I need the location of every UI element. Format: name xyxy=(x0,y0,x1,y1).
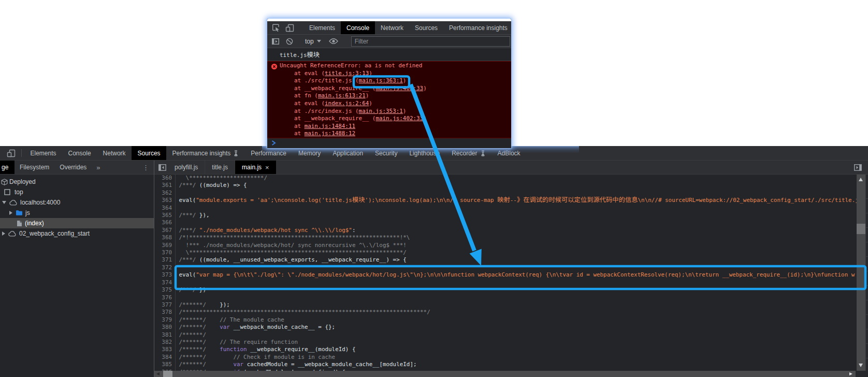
clear-console-icon[interactable] xyxy=(279,38,293,45)
tree-item-localhost-4000[interactable]: localhost:4000 xyxy=(0,197,154,208)
inspect-element-icon[interactable] xyxy=(267,21,280,34)
panel-tab-elements[interactable]: Elements xyxy=(24,146,62,160)
tree-item-deployed[interactable]: Deployed xyxy=(0,177,154,187)
line-number[interactable]: 378 xyxy=(154,309,176,316)
hide-navigator-icon[interactable] xyxy=(154,161,168,174)
page: ElementsConsoleNetworkSourcesPerformance… xyxy=(0,0,868,377)
line-number[interactable]: 373 xyxy=(154,271,176,279)
editor-tab-polyfill-js[interactable]: polyfill.js xyxy=(168,161,205,174)
tree-item--index-[interactable]: (index) xyxy=(0,218,154,228)
tree-item-js[interactable]: js xyxy=(0,208,154,218)
stack-link-main-js-402-33[interactable]: main.js:402:33 xyxy=(375,85,423,92)
panel-tab-memory[interactable]: Memory xyxy=(293,146,327,160)
panel-tab-security[interactable]: Security xyxy=(369,146,403,160)
sidebar-nav-tab-ge[interactable]: ge xyxy=(0,161,15,174)
panel-tab-performance[interactable]: Performance xyxy=(245,146,293,160)
line-number[interactable]: 371 xyxy=(154,256,176,264)
window-tab-performance-insights[interactable]: Performance insights xyxy=(443,21,511,34)
sidebar-nav-tab-overrides[interactable]: Overrides xyxy=(54,161,92,174)
overflow-menu-icon[interactable]: ⋮ xyxy=(142,161,149,174)
sidebar-nav-tab-filesystem[interactable]: Filesystem xyxy=(15,161,54,174)
line-number[interactable]: 363 xyxy=(154,197,176,204)
chevron-down-icon xyxy=(317,40,321,42)
stack-link-main-js-613-21[interactable]: main.js:613:21 xyxy=(318,92,366,99)
expanded-arrow-icon[interactable] xyxy=(2,201,6,204)
line-number[interactable]: 377 xyxy=(154,301,176,309)
line-number[interactable]: 385 xyxy=(154,361,176,368)
window-tab-sources[interactable]: Sources xyxy=(409,21,443,34)
panel-tab-recorder[interactable]: Recorder xyxy=(446,146,491,160)
console-sidebar-icon[interactable] xyxy=(267,38,279,45)
device-toolbar-icon[interactable] xyxy=(280,21,294,34)
line-number[interactable]: 372 xyxy=(154,264,176,271)
line-number[interactable]: 362 xyxy=(154,190,176,197)
tab-label: Performance xyxy=(251,150,286,157)
scroll-down-arrow[interactable] xyxy=(859,364,863,367)
line-number[interactable]: 380 xyxy=(154,324,176,331)
editor-tab-title-js[interactable]: title.js xyxy=(205,161,235,174)
live-expression-eye-icon[interactable] xyxy=(324,38,338,45)
window-tab-console[interactable]: Console xyxy=(341,21,375,34)
line-number[interactable]: 365 xyxy=(154,212,176,219)
panel-tab-sources[interactable]: Sources xyxy=(132,146,166,160)
line-number[interactable]: 382 xyxy=(154,339,176,346)
line-number[interactable]: 370 xyxy=(154,249,176,256)
line-number[interactable]: 360 xyxy=(154,175,176,182)
line-content xyxy=(176,219,179,226)
line-number[interactable]: 376 xyxy=(154,294,176,301)
panel-tab-lighthouse[interactable]: Lighthouse xyxy=(403,146,446,160)
collapsed-arrow-icon[interactable] xyxy=(2,231,5,236)
stack-link-index-js-2-64[interactable]: index.js:2:64 xyxy=(325,100,369,107)
scroll-right-arrow[interactable] xyxy=(849,372,852,375)
panel-tab-adblock[interactable]: AdBlock xyxy=(491,146,526,160)
stack-link-main-js-363-1[interactable]: main.js:363:1 xyxy=(359,77,403,84)
panel-tab-network[interactable]: Network xyxy=(97,146,132,160)
stack-link-title-js-3-13[interactable]: title.js:3:13 xyxy=(325,70,369,77)
line-number[interactable]: 375 xyxy=(154,286,176,294)
tree-item-top[interactable]: top xyxy=(0,187,154,197)
line-number[interactable]: 383 xyxy=(154,346,176,353)
line-number[interactable]: 367 xyxy=(154,227,176,234)
line-number[interactable]: 381 xyxy=(154,331,176,339)
tab-label: Application xyxy=(332,150,363,157)
console-filter-input[interactable]: Filter xyxy=(351,36,510,47)
stack-link-main-js-1488-12[interactable]: main.js:1488:12 xyxy=(305,130,355,137)
stack-link-main-js-353-1[interactable]: main.js:353:1 xyxy=(359,108,403,114)
tree-item-02-webpack-config-start[interactable]: 02_webpack_config_start xyxy=(0,228,154,239)
devtools-floating-window: ElementsConsoleNetworkSourcesPerformance… xyxy=(267,19,511,148)
editor-horizontal-scrollbar[interactable] xyxy=(154,371,856,377)
line-number[interactable]: 384 xyxy=(154,354,176,361)
editor-vertical-scrollbar[interactable] xyxy=(857,175,865,371)
line-number[interactable]: 379 xyxy=(154,316,176,324)
line-content: /***/ "./node_modules/webpack/hot sync ^… xyxy=(176,227,355,234)
panel-tab-performance-insights[interactable]: Performance insights xyxy=(166,146,245,160)
stack-link-main-js-1484-11[interactable]: main.js:1484:11 xyxy=(305,123,355,129)
window-tab-network[interactable]: Network xyxy=(375,21,409,34)
editor-tab-main-js[interactable]: main.js× xyxy=(235,161,276,174)
stack-link-main-js-402-33[interactable]: main.js:402:33 xyxy=(375,115,423,122)
line-number[interactable]: 366 xyxy=(154,219,176,226)
collapsed-arrow-icon[interactable] xyxy=(9,211,12,215)
window-tab-elements[interactable]: Elements xyxy=(303,21,341,34)
line-number[interactable]: 374 xyxy=(154,279,176,286)
line-number[interactable]: 369 xyxy=(154,242,176,249)
panel-tab-console[interactable]: Console xyxy=(62,146,97,160)
line-number[interactable]: 368 xyxy=(154,234,176,241)
close-tab-icon[interactable]: × xyxy=(265,164,269,171)
scroll-up-arrow[interactable] xyxy=(859,178,863,181)
code-editor[interactable]: 360 \**********************/361/***/ ((m… xyxy=(154,175,857,371)
line-number[interactable]: 364 xyxy=(154,205,176,212)
folder-icon xyxy=(16,210,23,216)
javascript-context-selector[interactable]: top xyxy=(305,38,321,45)
line-number[interactable]: 361 xyxy=(154,182,176,189)
panel-tab-application[interactable]: Application xyxy=(327,146,369,160)
horizontal-scroll-thumb[interactable] xyxy=(163,371,172,377)
console-prompt[interactable] xyxy=(267,138,511,148)
panel-body: geFilesystemOverrides » ⋮ Deployedtoploc… xyxy=(0,161,868,377)
device-toolbar-icon[interactable] xyxy=(0,146,19,160)
line-content: /******/ var __webpack_module_cache__ = … xyxy=(176,324,335,331)
scroll-left-arrow[interactable] xyxy=(156,372,160,375)
vertical-scroll-thumb[interactable] xyxy=(857,224,865,234)
show-debugger-sidebar-icon[interactable] xyxy=(854,161,862,174)
more-tabs-chevron[interactable]: » xyxy=(92,161,105,174)
